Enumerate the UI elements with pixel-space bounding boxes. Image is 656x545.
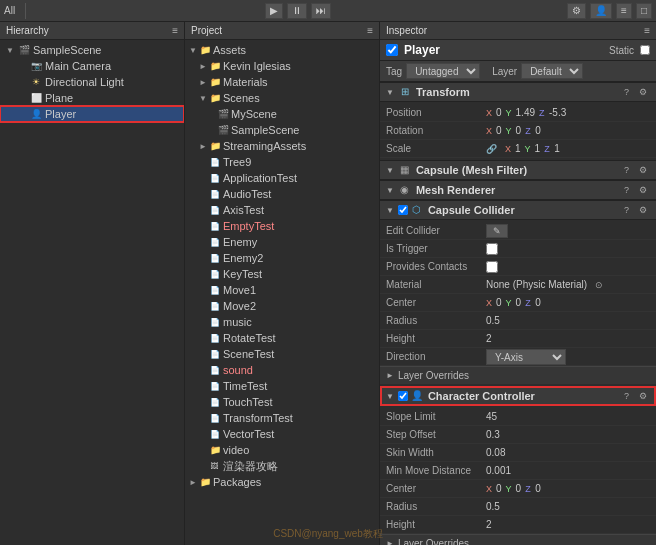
mesh-renderer-header[interactable]: ▼ ◉ Mesh Renderer ? ⚙	[380, 180, 656, 200]
hierarchy-item-maincamera[interactable]: 📷 Main Camera	[0, 58, 184, 74]
samplescene2-icon: 🎬	[218, 125, 228, 135]
rotation-row: Rotation X 0 Y 0 Z	[380, 122, 656, 140]
tag-layer-row: Tag Untagged Layer Default	[380, 61, 656, 82]
static-label: Static	[609, 45, 634, 56]
project-item-music[interactable]: 📄 music	[185, 314, 379, 330]
project-item-transformtest[interactable]: 📄 TransformTest	[185, 410, 379, 426]
toolbar-step-btn[interactable]: ⏭	[311, 3, 331, 19]
project-item-renderer[interactable]: 🖼 渲染器攻略	[185, 458, 379, 474]
sx-val: 1	[515, 143, 521, 154]
plane-label: Plane	[45, 92, 73, 104]
project-item-timetest[interactable]: 📄 TimeTest	[185, 378, 379, 394]
project-item-keytest[interactable]: 📄 KeyTest	[185, 266, 379, 282]
meshfilter-settings-btn[interactable]: ⚙	[636, 164, 650, 176]
hierarchy-list: ▼ 🎬 SampleScene 📷 Main Camera ☀ Directio…	[0, 40, 184, 545]
project-menu-icon[interactable]: ≡	[367, 25, 373, 36]
ctrl-center-x: X 0	[486, 483, 502, 494]
toolbar-layers-btn[interactable]: ≡	[616, 3, 632, 19]
meshfilter-help-btn[interactable]: ?	[621, 164, 632, 176]
meshrenderer-settings-btn[interactable]: ⚙	[636, 184, 650, 196]
all-label: All	[4, 5, 15, 16]
project-item-tree9[interactable]: 📄 Tree9	[185, 154, 379, 170]
rotation-label: Rotation	[386, 125, 486, 136]
capsule-collider-header[interactable]: ▼ ⬡ Capsule Collider ? ⚙	[380, 200, 656, 220]
directionallight-icon: ☀	[30, 76, 42, 88]
cc-radius-label: Radius	[386, 315, 486, 326]
meshrenderer-help-btn[interactable]: ?	[621, 184, 632, 196]
project-item-packages[interactable]: ► 📁 Packages	[185, 474, 379, 490]
project-item-myscene[interactable]: 🎬 MyScene	[185, 106, 379, 122]
charctrl-settings-btn[interactable]: ⚙	[636, 390, 650, 402]
project-item-vectortest[interactable]: 📄 VectorTest	[185, 426, 379, 442]
edit-collider-btn[interactable]: ✎	[486, 224, 508, 238]
hierarchy-item-plane[interactable]: ⬜ Plane	[0, 90, 184, 106]
rotation-value: X 0 Y 0 Z 0	[486, 125, 650, 136]
charctrl-enabled[interactable]	[398, 391, 408, 401]
cc-layer-overrides-row[interactable]: ► Layer Overrides	[380, 366, 656, 384]
ctrl-layer-overrides-row[interactable]: ► Layer Overrides	[380, 534, 656, 545]
toolbar-pause-btn[interactable]: ⏸	[287, 3, 307, 19]
cc-material-circle[interactable]: ⊙	[595, 280, 603, 290]
static-checkbox[interactable]	[640, 45, 650, 55]
cc-center-label: Center	[386, 297, 486, 308]
project-item-scenetest[interactable]: 📄 SceneTest	[185, 346, 379, 362]
ccz-label: Z	[525, 298, 533, 308]
cc-center-z: Z 0	[525, 297, 541, 308]
transform-header[interactable]: ▼ ⊞ Transform ? ⚙	[380, 82, 656, 102]
min-move-row: Min Move Distance 0.001	[380, 462, 656, 480]
hierarchy-item-samplescene[interactable]: ▼ 🎬 SampleScene	[0, 42, 184, 58]
gameobject-active-checkbox[interactable]	[386, 44, 398, 56]
project-item-scenes[interactable]: ▼ 📁 Scenes	[185, 90, 379, 106]
charctrl-help-btn[interactable]: ?	[621, 390, 632, 402]
inspector-menu-icon[interactable]: ≡	[644, 25, 650, 36]
cc-layer-overrides-arrow: ►	[386, 371, 394, 380]
capsulecollider-help-btn[interactable]: ?	[621, 204, 632, 216]
project-item-video[interactable]: 📁 video	[185, 442, 379, 458]
project-item-assets[interactable]: ▼ 📁 Assets	[185, 42, 379, 58]
ccy-val: 0	[516, 297, 522, 308]
move1-icon: 📄	[210, 286, 220, 295]
provides-contacts-checkbox[interactable]	[486, 261, 498, 273]
project-title: Project	[191, 25, 222, 36]
is-trigger-value	[486, 243, 650, 255]
project-item-axistest[interactable]: 📄 AxisTest	[185, 202, 379, 218]
tag-dropdown[interactable]: Untagged	[406, 63, 480, 79]
hierarchy-item-player[interactable]: 👤 Player	[0, 106, 184, 122]
capsulecollider-enabled[interactable]	[398, 205, 408, 215]
sy-label: Y	[525, 144, 533, 154]
character-controller-header[interactable]: ▼ 👤 Character Controller ? ⚙	[380, 386, 656, 406]
cc-direction-dropdown[interactable]: Y-Axis	[486, 349, 566, 365]
sz-val: 1	[554, 143, 560, 154]
hierarchy-item-directionallight[interactable]: ☀ Directional Light	[0, 74, 184, 90]
cc-height-row: Height 2	[380, 330, 656, 348]
project-item-sound[interactable]: 📄 sound	[185, 362, 379, 378]
project-item-emptytest[interactable]: 📄 EmptyTest	[185, 218, 379, 234]
toolbar-play-btn[interactable]: ▶	[265, 3, 283, 19]
project-item-kevinig[interactable]: ► 📁 Kevin Iglesias	[185, 58, 379, 74]
min-move-label: Min Move Distance	[386, 465, 486, 476]
toolbar-account-btn[interactable]: 👤	[590, 3, 612, 19]
project-item-move2[interactable]: 📄 Move2	[185, 298, 379, 314]
project-item-rotatetest[interactable]: 📄 RotateTest	[185, 330, 379, 346]
transform-help-btn[interactable]: ?	[621, 86, 632, 98]
is-trigger-checkbox[interactable]	[486, 243, 498, 255]
streaming-arrow: ►	[199, 142, 209, 151]
project-item-streaming[interactable]: ► 📁 StreamingAssets	[185, 138, 379, 154]
transform-settings-btn[interactable]: ⚙	[636, 86, 650, 98]
mesh-filter-header[interactable]: ▼ ▦ Capsule (Mesh Filter) ? ⚙	[380, 160, 656, 180]
toolbar-collab-btn[interactable]: ⚙	[567, 3, 586, 19]
sy-val: 1	[535, 143, 541, 154]
toolbar-layout-btn[interactable]: □	[636, 3, 652, 19]
project-item-enemy[interactable]: 📄 Enemy	[185, 234, 379, 250]
layer-dropdown[interactable]: Default	[521, 63, 583, 79]
project-item-materials[interactable]: ► 📁 Materials	[185, 74, 379, 90]
project-item-audiotest[interactable]: 📄 AudioTest	[185, 186, 379, 202]
project-item-samplescene[interactable]: 🎬 SampleScene	[185, 122, 379, 138]
project-item-apptest[interactable]: 📄 ApplicationTest	[185, 170, 379, 186]
streaming-icon: 📁	[210, 141, 220, 151]
hierarchy-menu-icon[interactable]: ≡	[172, 25, 178, 36]
capsulecollider-settings-btn[interactable]: ⚙	[636, 204, 650, 216]
project-item-enemy2[interactable]: 📄 Enemy2	[185, 250, 379, 266]
project-item-touchtest[interactable]: 📄 TouchTest	[185, 394, 379, 410]
project-item-move1[interactable]: 📄 Move1	[185, 282, 379, 298]
